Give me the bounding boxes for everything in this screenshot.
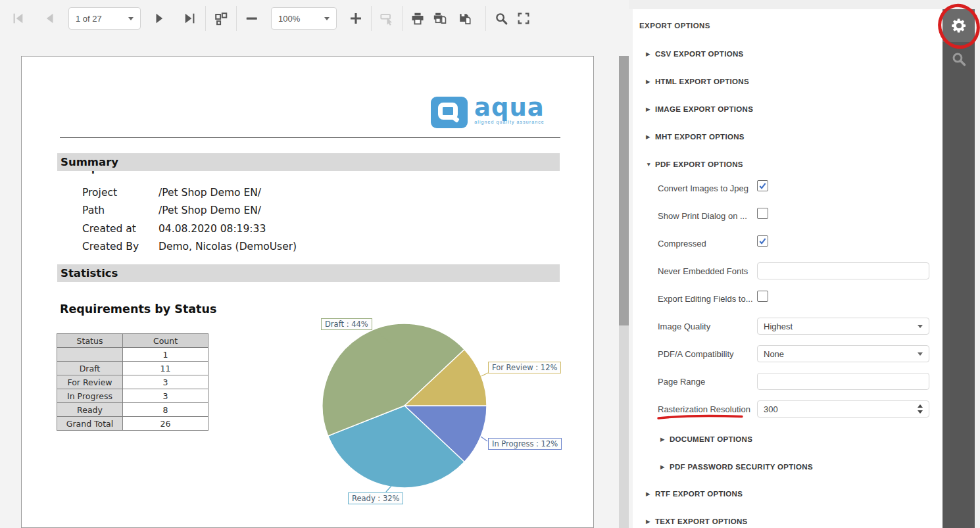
report-viewer: 1 of 27 100% [0,0,633,528]
aqua-q-icon [438,103,458,120]
chevron-right-icon: ▶ [646,106,655,112]
show-print-dialog-checkbox[interactable] [757,208,768,219]
editing-fields-icon [380,11,394,26]
table-row: 1 [57,348,208,362]
multipage-view-button[interactable] [210,7,232,30]
last-page-button[interactable] [179,7,201,30]
option-convert-images-to-jpeg: Convert Images to Jpeg [658,180,929,197]
fullscreen-button[interactable] [512,7,535,30]
table-row: Ready 8 [57,403,208,417]
spinner-arrows[interactable] [918,404,923,414]
page-range-input[interactable] [757,373,929,390]
chevron-down-icon [918,325,923,328]
pie-label-draft: Draft : 44% [321,318,372,330]
zoom-out-button[interactable] [241,7,263,30]
previous-page-button[interactable] [38,7,61,30]
count-cell: 11 [123,362,208,375]
option-image-quality: Image Quality Highest [658,318,929,335]
statistics-section-header: Statistics [57,264,560,282]
zoom-out-icon [245,11,259,26]
chevron-right-icon: ▶ [646,133,655,140]
summary-section-header: Summary [57,153,560,171]
chevron-down-icon [324,17,330,20]
zoom-selector[interactable]: 100% [271,7,337,30]
print-button[interactable] [406,7,429,30]
export-icon [458,11,472,26]
fullscreen-icon [516,11,531,26]
field-label: Created at [82,223,159,235]
aqua-logo-mark [431,97,468,128]
print-page-button[interactable] [429,7,451,30]
export-button[interactable] [451,7,481,30]
chevron-down-icon: ▼ [646,161,655,168]
pie-chart [300,316,589,528]
chevron-down-icon [918,352,923,356]
column-header: Count [123,334,208,348]
viewer-toolbar: 1 of 27 100% [0,0,633,37]
status-cell: For Review [57,375,123,389]
table-row: In Progress 3 [57,389,208,403]
section-html-export-options[interactable]: ▶ HTML EXPORT OPTIONS [646,77,929,86]
spinner-up-icon[interactable] [918,404,923,408]
option-show-print-dialog: Show Print Dialog on ... [658,207,929,224]
export-editing-fields-checkbox[interactable] [757,291,768,302]
gear-icon [950,17,968,34]
pie-label-for-review: For Review : 12% [488,362,561,373]
table-header-row: Status Count [57,334,208,348]
next-page-button[interactable] [149,7,171,30]
toolbar-separator [402,6,403,31]
image-quality-select[interactable]: Highest [757,318,929,335]
search-button[interactable] [490,7,512,30]
requirements-status-table: Status Count 1 Draft 11 For Review 3 In … [57,333,208,431]
table-total-row: Grand Total 26 [57,417,208,431]
sidebar-search-button[interactable] [943,42,975,75]
zoom-in-icon [349,11,363,26]
status-cell: Grand Total [57,417,123,431]
rasterization-resolution-spinner[interactable]: 300 [757,400,929,418]
status-cell: Draft [57,362,123,375]
compressed-checkbox[interactable] [757,235,768,247]
field-label: Created By [82,241,159,252]
spinner-down-icon[interactable] [918,410,923,414]
page-selector[interactable]: 1 of 27 [68,7,141,30]
section-mht-export-options[interactable]: ▶ MHT EXPORT OPTIONS [646,132,929,141]
pdfa-compatibility-select[interactable]: None [757,345,929,362]
count-cell: 3 [123,375,208,389]
never-embedded-fonts-input[interactable] [757,262,929,279]
pie-label-ready: Ready : 32% [348,492,403,504]
status-cell: Ready [57,403,123,417]
section-document-options[interactable]: ▶ DOCUMENT OPTIONS [660,435,929,444]
title-divider [60,137,560,138]
count-cell: 8 [123,403,208,417]
section-rtf-export-options[interactable]: ▶ RTF EXPORT OPTIONS [646,489,929,498]
summary-fields: Project /Pet Shop Demo EN/ Path /Pet Sho… [82,183,297,256]
field-label: Path [82,204,159,216]
section-text-export-options[interactable]: ▶ TEXT EXPORT OPTIONS [646,517,929,526]
chevron-right-icon: ▶ [646,51,655,57]
first-page-button[interactable] [7,7,29,30]
settings-gear-button[interactable] [943,9,975,42]
summary-row: Project /Pet Shop Demo EN/ [82,183,297,202]
first-page-icon [11,11,25,26]
field-value: /Pet Shop Demo EN/ [159,204,261,216]
field-value: 04.08.2020 08:19:33 [159,223,266,235]
field-value: Demo, Nicolas (DemoUser) [159,241,297,252]
section-image-export-options[interactable]: ▶ IMAGE EXPORT OPTIONS [646,105,929,114]
section-pdf-export-options[interactable]: ▼ PDF EXPORT OPTIONS [646,160,929,169]
highlight-editing-fields-button [376,7,398,30]
count-cell: 3 [123,389,208,403]
multipage-icon [214,11,228,26]
zoom-in-button[interactable] [345,7,367,30]
aqua-logo: aqua aligned quality assurance [431,97,545,128]
field-value: /Pet Shop Demo EN/ [159,187,261,199]
section-csv-export-options[interactable]: ▶ CSV EXPORT OPTIONS [646,49,929,59]
status-cell [57,348,123,362]
vertical-scrollbar[interactable] [619,56,629,528]
chevron-right-icon: ▶ [660,436,670,443]
panel-title: EXPORT OPTIONS [639,22,929,31]
scrollbar-thumb[interactable] [619,56,629,325]
zoom-value: 100% [278,14,300,24]
convert-images-checkbox[interactable] [757,180,768,191]
section-pdf-password-security-options[interactable]: ▶ PDF PASSWORD SECURITY OPTIONS [660,462,929,471]
option-pdfa-compatibility: PDF/A Compatibility None [658,345,929,362]
